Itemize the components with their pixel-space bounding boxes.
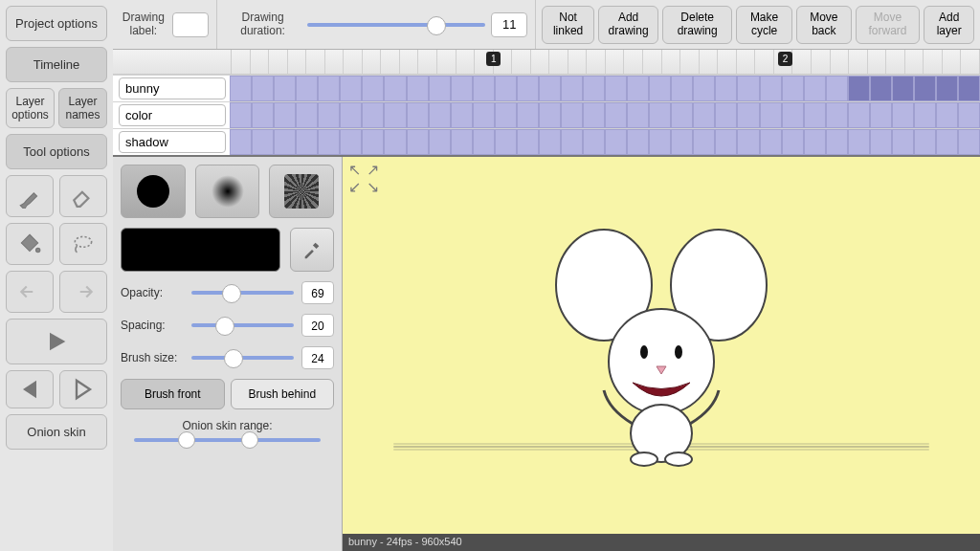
tool-options-panel: Opacity: 69 Spacing: 20 Brush size: 24 B… [113, 157, 343, 551]
timeline-button[interactable]: Timeline [6, 47, 107, 82]
timeline-row-color[interactable]: color for(let i=0;i<34;i++)document.writ… [113, 101, 980, 128]
brush-soft-swatch[interactable] [195, 165, 260, 218]
expand-icon[interactable]: ↖↗↙↘ [348, 163, 379, 195]
svg-point-4 [609, 309, 714, 414]
eyedropper-icon[interactable] [290, 228, 334, 272]
undo-icon[interactable] [6, 271, 54, 313]
brush-front-button[interactable]: Brush front [121, 379, 225, 409]
onion-skin-button[interactable]: Onion skin [6, 414, 107, 450]
add-drawing-button[interactable]: Add drawing [598, 6, 659, 44]
timeline-row-bunny[interactable]: bunny for(let i=0;i<34;i++)document.writ… [113, 75, 980, 101]
timeline-ruler[interactable]: 1 2 for(let i=0;i<40;i++)document.write(… [113, 50, 980, 75]
svg-point-8 [631, 452, 657, 466]
brush-hard-swatch[interactable] [121, 165, 186, 218]
color-swatch[interactable] [121, 228, 280, 272]
frame-marker-2: 2 [778, 52, 793, 66]
layer-name-color[interactable]: color [119, 104, 226, 126]
drawing-duration-input[interactable] [491, 12, 527, 37]
opacity-label: Opacity: [121, 286, 184, 299]
top-toolbar: Drawing label: Drawing duration: Not lin… [113, 0, 980, 50]
drawing-duration-slider[interactable] [307, 23, 486, 27]
brushsize-value[interactable]: 24 [301, 346, 334, 369]
layer-name-bunny[interactable]: bunny [119, 77, 226, 99]
drawing-label-input[interactable] [172, 12, 209, 37]
project-options-button[interactable]: Project options [6, 6, 107, 41]
tool-options-button[interactable]: Tool options [6, 134, 107, 169]
move-forward-button[interactable]: Move forward [856, 6, 921, 44]
spacing-value[interactable]: 20 [301, 314, 334, 337]
opacity-value[interactable]: 69 [301, 281, 334, 304]
svg-point-6 [675, 345, 682, 359]
spacing-label: Spacing: [121, 319, 184, 332]
add-layer-button[interactable]: Add layer [924, 6, 974, 44]
bunny-drawing [537, 218, 786, 467]
left-sidebar: Project options Timeline Layer options L… [0, 0, 113, 551]
brush-tool-icon[interactable] [6, 175, 54, 217]
layer-names-button[interactable]: Layer names [58, 88, 107, 128]
brush-texture-swatch[interactable] [269, 165, 334, 218]
layer-options-button[interactable]: Layer options [6, 88, 55, 128]
canvas-area: ↖↗↙↘ [343, 157, 980, 551]
svg-point-5 [640, 345, 648, 359]
step-back-button[interactable] [6, 370, 54, 408]
drawing-label-text: Drawing label: [121, 11, 167, 36]
eraser-tool-icon[interactable] [59, 175, 107, 217]
onion-range-label: Onion skin range: [121, 419, 334, 432]
timeline-row-shadow[interactable]: shadow for(let i=0;i<34;i++)document.wri… [113, 128, 980, 155]
fill-tool-icon[interactable] [6, 223, 54, 265]
not-linked-button[interactable]: Not linked [542, 6, 593, 44]
brushsize-slider[interactable] [191, 356, 294, 360]
frame-marker-1: 1 [486, 52, 501, 66]
layer-name-shadow[interactable]: shadow [119, 131, 226, 153]
step-forward-button[interactable] [59, 370, 107, 408]
brushsize-label: Brush size: [121, 351, 184, 364]
brush-behind-button[interactable]: Brush behind [231, 379, 335, 409]
drawing-canvas[interactable]: ↖↗↙↘ [343, 157, 980, 534]
delete-drawing-button[interactable]: Delete drawing [662, 6, 732, 44]
opacity-slider[interactable] [191, 291, 294, 295]
make-cycle-button[interactable]: Make cycle [736, 6, 792, 44]
canvas-statusbar: bunny - 24fps - 960x540 [343, 534, 980, 551]
svg-point-0 [36, 248, 40, 252]
timeline-panel: 1 2 for(let i=0;i<40;i++)document.write(… [113, 50, 980, 157]
onion-range-slider[interactable] [134, 438, 321, 442]
move-back-button[interactable]: Move back [796, 6, 852, 44]
svg-point-1 [75, 236, 91, 247]
play-button[interactable] [6, 319, 107, 364]
drawing-duration-text: Drawing duration: [225, 11, 301, 36]
spacing-slider[interactable] [191, 323, 294, 327]
redo-icon[interactable] [59, 271, 107, 313]
svg-point-9 [665, 452, 692, 466]
lasso-tool-icon[interactable] [59, 223, 107, 265]
